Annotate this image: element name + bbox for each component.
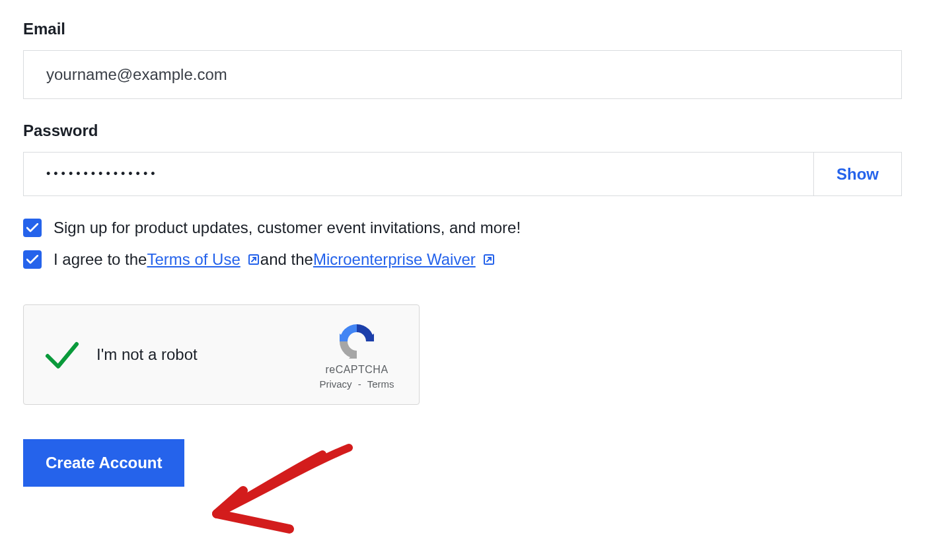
verified-checkmark-icon (44, 339, 81, 370)
recaptcha-logo-icon (336, 322, 378, 361)
waiver-link-text: Microenterprise Waiver (313, 250, 476, 269)
show-password-button[interactable]: Show (814, 152, 902, 196)
external-link-icon (482, 253, 496, 266)
terms-checkbox-label: I agree to the Terms of Use and the Micr… (54, 250, 496, 269)
password-form-group: Password Show (23, 122, 902, 196)
terms-checkbox[interactable] (23, 250, 42, 269)
email-form-group: Email (23, 20, 902, 99)
recaptcha-branding: reCAPTCHA Privacy - Terms (311, 305, 403, 404)
recaptcha-label: I'm not a robot (96, 345, 198, 364)
recaptcha-privacy-link[interactable]: Privacy (319, 378, 352, 390)
terms-prefix: I agree to the (54, 250, 147, 269)
password-row: Show (23, 152, 902, 196)
annotation-arrow-icon (197, 441, 382, 547)
check-icon (26, 255, 38, 264)
terms-middle: and the (260, 250, 313, 269)
recaptcha-separator: - (358, 378, 361, 390)
recaptcha-links: Privacy - Terms (319, 378, 394, 390)
updates-checkbox[interactable] (23, 219, 42, 237)
external-link-icon (247, 253, 260, 266)
recaptcha-widget: I'm not a robot reCAPTCHA Privacy - Term… (23, 304, 420, 405)
microenterprise-waiver-link[interactable]: Microenterprise Waiver (313, 250, 496, 269)
recaptcha-brand-text: reCAPTCHA (325, 364, 388, 376)
recaptcha-left: I'm not a robot (44, 305, 303, 404)
recaptcha-verified-check[interactable] (44, 339, 81, 370)
email-field[interactable] (23, 50, 902, 99)
check-icon (26, 223, 38, 232)
updates-checkbox-label: Sign up for product updates, customer ev… (54, 219, 521, 237)
create-account-button[interactable]: Create Account (23, 439, 184, 487)
recaptcha-terms-link[interactable]: Terms (367, 378, 394, 390)
terms-checkbox-row: I agree to the Terms of Use and the Micr… (23, 250, 902, 269)
email-label: Email (23, 20, 902, 38)
password-label: Password (23, 122, 902, 140)
terms-of-use-link[interactable]: Terms of Use (147, 250, 260, 269)
terms-link-text: Terms of Use (147, 250, 240, 269)
password-input-wrap (23, 152, 814, 196)
updates-checkbox-row: Sign up for product updates, customer ev… (23, 219, 902, 237)
password-field[interactable] (46, 167, 791, 181)
